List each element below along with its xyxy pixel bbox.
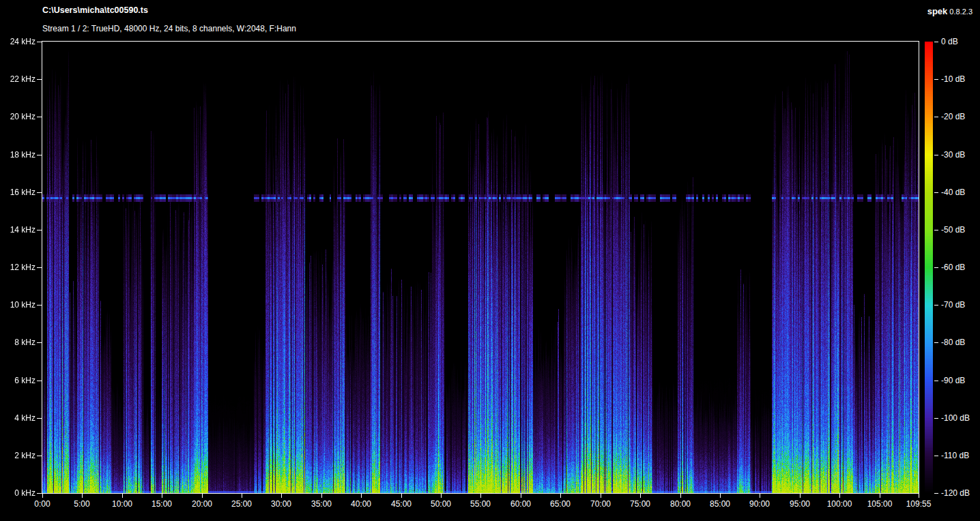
db-tick — [934, 342, 938, 343]
db-tick-label: -30 dB — [941, 150, 978, 160]
db-tick-label: -60 dB — [941, 263, 978, 272]
db-tick — [934, 456, 938, 456]
time-tick-label: 65:00 — [546, 499, 575, 509]
time-tick-label: 85:00 — [706, 499, 734, 509]
freq-tick — [37, 418, 42, 419]
freq-tick — [37, 342, 42, 343]
time-tick-label: 50:00 — [427, 499, 455, 509]
time-tick — [281, 494, 282, 498]
app-version: 0.8.2.3 — [949, 8, 972, 16]
db-tick — [934, 192, 938, 193]
time-tick-label: 109:55 — [904, 499, 933, 509]
spek-window: C:\Users\micha\tc00590.ts Stream 1 / 2: … — [0, 0, 980, 521]
time-tick — [321, 494, 322, 498]
freq-tick — [37, 155, 42, 155]
time-tick — [242, 494, 242, 498]
time-tick-label: 40:00 — [347, 499, 375, 509]
time-tick — [480, 494, 481, 498]
db-tick-label: -80 dB — [941, 338, 978, 347]
db-tick-label: -40 dB — [941, 188, 978, 197]
db-colorbar — [925, 42, 933, 493]
app-logo: spek 0.8.2.3 — [927, 6, 972, 16]
db-tick — [934, 42, 938, 42]
time-tick — [202, 494, 203, 498]
db-tick — [934, 230, 938, 230]
time-tick — [560, 494, 561, 498]
time-tick-label: 105:00 — [865, 499, 894, 509]
spectrogram-canvas — [42, 42, 919, 493]
time-tick-label: 25:00 — [227, 499, 256, 509]
db-tick — [934, 305, 938, 306]
db-tick-label: -70 dB — [941, 300, 978, 310]
db-tick-label: -50 dB — [941, 225, 978, 235]
time-tick-label: 60:00 — [506, 499, 535, 509]
db-tick-label: -100 dB — [941, 413, 978, 423]
file-path-title: C:\Users\micha\tc00590.ts — [42, 5, 148, 15]
time-tick-label: 45:00 — [387, 499, 416, 509]
freq-tick-label: 4 kHz — [0, 413, 35, 423]
time-tick — [919, 494, 919, 498]
time-tick-label: 35:00 — [307, 499, 336, 509]
db-tick — [934, 79, 938, 80]
time-tick — [720, 494, 721, 498]
freq-tick-label: 10 kHz — [0, 300, 35, 310]
freq-tick — [37, 42, 42, 42]
db-tick-label: -90 dB — [941, 376, 978, 385]
freq-tick — [37, 456, 42, 456]
time-tick — [640, 494, 641, 498]
freq-tick-label: 22 kHz — [0, 74, 35, 84]
freq-tick-label: 0 kHz — [0, 488, 35, 498]
db-tick — [934, 155, 938, 155]
time-tick-label: 95:00 — [786, 499, 814, 509]
time-tick — [521, 494, 521, 498]
freq-tick — [37, 79, 42, 80]
db-tick — [934, 418, 938, 419]
time-tick-label: 5:00 — [68, 499, 96, 509]
time-tick-label: 20:00 — [188, 499, 216, 509]
freq-tick-label: 16 kHz — [0, 188, 35, 197]
freq-tick-label: 18 kHz — [0, 150, 35, 160]
time-tick-label: 10:00 — [108, 499, 136, 509]
freq-tick — [37, 305, 42, 306]
time-tick-label: 70:00 — [586, 499, 615, 509]
freq-tick — [37, 192, 42, 193]
time-tick — [82, 494, 83, 498]
db-tick — [934, 493, 938, 494]
freq-tick — [37, 493, 42, 494]
time-tick — [401, 494, 402, 498]
freq-tick-label: 6 kHz — [0, 376, 35, 385]
time-tick — [680, 494, 681, 498]
time-tick — [601, 494, 601, 498]
stream-info: Stream 1 / 2: TrueHD, 48000 Hz, 24 bits,… — [42, 24, 296, 33]
db-tick — [934, 381, 938, 381]
freq-tick — [37, 230, 42, 230]
db-tick-label: -120 dB — [941, 488, 978, 498]
time-tick-label: 80:00 — [666, 499, 695, 509]
freq-tick-label: 24 kHz — [0, 37, 35, 46]
db-tick-label: -110 dB — [941, 451, 978, 460]
time-tick — [42, 494, 43, 498]
app-name: spek — [927, 6, 948, 16]
time-tick-label: 100:00 — [825, 499, 854, 509]
time-tick — [361, 494, 362, 498]
db-tick — [934, 117, 938, 117]
freq-tick-label: 2 kHz — [0, 451, 35, 460]
time-tick — [880, 494, 880, 498]
freq-tick-label: 12 kHz — [0, 263, 35, 272]
time-tick-label: 90:00 — [745, 499, 774, 509]
time-tick — [162, 494, 162, 498]
time-tick-label: 30:00 — [267, 499, 296, 509]
freq-tick — [37, 267, 42, 268]
time-tick — [800, 494, 801, 498]
freq-tick-label: 8 kHz — [0, 338, 35, 347]
db-tick-label: 0 dB — [941, 37, 978, 46]
db-tick-label: -20 dB — [941, 112, 978, 121]
time-tick — [760, 494, 760, 498]
freq-tick — [37, 117, 42, 117]
time-tick — [122, 494, 123, 498]
freq-tick — [37, 381, 42, 381]
time-tick-label: 15:00 — [147, 499, 176, 509]
db-tick — [934, 267, 938, 268]
time-tick — [441, 494, 442, 498]
time-tick-label: 55:00 — [466, 499, 495, 509]
